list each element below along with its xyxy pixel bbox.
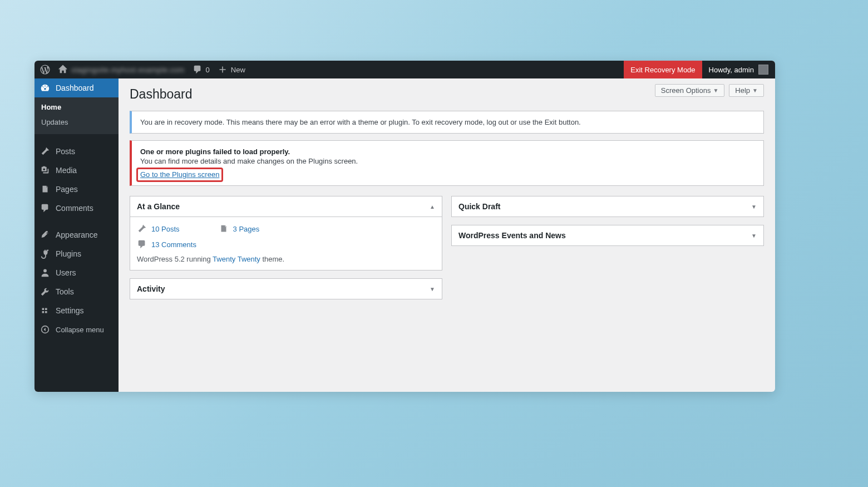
my-account[interactable]: Howdy, admin	[702, 65, 775, 75]
widget-header[interactable]: At a Glance ▲	[130, 196, 442, 217]
sidebar-label: Pages	[56, 185, 78, 194]
plugins-icon	[40, 249, 50, 259]
sidebar-submenu-updates[interactable]: Updates	[34, 115, 119, 130]
wordpress-icon	[40, 65, 50, 75]
page-title: Dashboard	[130, 82, 193, 104]
pages-icon	[40, 184, 50, 194]
widget-header[interactable]: Activity ▼	[130, 279, 442, 299]
chevron-down-icon: ▼	[752, 87, 758, 94]
theme-link[interactable]: Twenty Twenty	[213, 255, 260, 263]
sidebar-label: Media	[56, 166, 77, 175]
exit-recovery-button[interactable]: Exit Recovery Mode	[624, 61, 702, 78]
wp-version-text: WordPress 5.2 running Twenty Twenty them…	[137, 255, 435, 263]
plugin-error-notice: One or more plugins failed to load prope…	[130, 140, 764, 186]
media-icon	[40, 165, 50, 175]
widget-title: WordPress Events and News	[458, 231, 566, 240]
at-a-glance-widget: At a Glance ▲ 10 Posts	[130, 196, 442, 270]
users-icon	[40, 268, 50, 278]
sidebar-item-comments[interactable]: Comments	[34, 199, 119, 218]
widget-title: Quick Draft	[458, 202, 500, 211]
sidebar-item-posts[interactable]: Posts	[34, 142, 119, 161]
appearance-icon	[40, 230, 50, 240]
sidebar-item-appearance[interactable]: Appearance	[34, 225, 119, 244]
notice-text: You are in recovery mode. This means the…	[140, 118, 581, 126]
recovery-mode-notice: You are in recovery mode. This means the…	[130, 111, 764, 134]
sidebar-label: Comments	[56, 204, 93, 213]
howdy-text: Howdy, admin	[709, 66, 754, 74]
sidebar-item-dashboard[interactable]: Dashboard	[34, 78, 119, 97]
sidebar-item-settings[interactable]: Settings	[34, 301, 119, 320]
sidebar-item-plugins[interactable]: Plugins	[34, 244, 119, 263]
comments-link[interactable]: 0	[193, 65, 210, 75]
sidebar-label: Posts	[56, 147, 75, 156]
widget-header[interactable]: Quick Draft ▼	[452, 196, 763, 217]
chevron-up-icon: ▲	[430, 204, 435, 210]
quick-draft-widget: Quick Draft ▼	[451, 196, 764, 217]
sidebar-label: Dashboard	[56, 83, 94, 92]
main-content: Dashboard Screen Options ▼ Help ▼ You ar…	[119, 78, 775, 392]
chevron-down-icon: ▼	[430, 286, 435, 292]
avatar-icon	[758, 65, 768, 75]
site-home-link[interactable]: stagingsite.myhost.example.com	[58, 65, 185, 75]
collapse-menu-button[interactable]: Collapse menu	[34, 320, 119, 339]
notice-body: You can find more details and make chang…	[140, 157, 358, 165]
collapse-icon	[40, 324, 50, 334]
admin-bar: stagingsite.myhost.example.com 0 New Exi…	[34, 61, 775, 78]
notice-heading: One or more plugins failed to load prope…	[140, 147, 755, 156]
widget-header[interactable]: WordPress Events and News ▼	[452, 225, 763, 245]
wp-logo[interactable]	[40, 65, 50, 75]
glance-pages-link[interactable]: 3 Pages	[219, 224, 260, 234]
pages-icon	[219, 224, 229, 234]
screen-options-button[interactable]: Screen Options ▼	[655, 84, 725, 97]
tools-icon	[40, 287, 50, 297]
chevron-down-icon: ▼	[751, 204, 757, 210]
sidebar-label: Appearance	[56, 230, 98, 239]
collapse-label: Collapse menu	[56, 326, 104, 334]
admin-sidebar: Dashboard Home Updates Posts Media Pages	[34, 78, 119, 392]
new-content-link[interactable]: New	[218, 65, 245, 75]
sidebar-submenu-home[interactable]: Home	[34, 100, 119, 115]
comments-count: 0	[206, 66, 210, 74]
glance-comments-link[interactable]: 13 Comments	[137, 239, 196, 249]
comments-icon	[40, 203, 50, 213]
glance-posts-link[interactable]: 10 Posts	[137, 224, 180, 234]
new-label: New	[231, 66, 245, 74]
site-name: stagingsite.myhost.example.com	[71, 66, 185, 74]
chevron-down-icon: ▼	[713, 87, 718, 94]
widget-title: Activity	[137, 284, 165, 293]
sidebar-label: Settings	[56, 306, 84, 315]
sidebar-submenu: Home Updates	[34, 97, 119, 134]
sidebar-item-users[interactable]: Users	[34, 263, 119, 282]
pin-icon	[137, 224, 147, 234]
sidebar-item-pages[interactable]: Pages	[34, 180, 119, 199]
go-to-plugins-link[interactable]: Go to the Plugins screen	[140, 170, 219, 179]
home-icon	[58, 65, 68, 75]
dashboard-icon	[40, 83, 50, 93]
settings-icon	[40, 306, 50, 316]
help-button[interactable]: Help ▼	[729, 84, 764, 97]
activity-widget: Activity ▼	[130, 278, 442, 299]
sidebar-label: Plugins	[56, 249, 81, 258]
plus-icon	[218, 65, 228, 75]
highlight-callout: Go to the Plugins screen	[136, 168, 223, 182]
events-news-widget: WordPress Events and News ▼	[451, 225, 764, 246]
widget-title: At a Glance	[137, 202, 180, 211]
sidebar-label: Tools	[56, 287, 74, 296]
pin-icon	[40, 146, 50, 156]
wp-admin-window: stagingsite.myhost.example.com 0 New Exi…	[34, 61, 775, 392]
sidebar-label: Users	[56, 268, 76, 277]
comments-icon	[137, 239, 147, 249]
chevron-down-icon: ▼	[751, 233, 757, 239]
sidebar-item-tools[interactable]: Tools	[34, 282, 119, 301]
sidebar-item-media[interactable]: Media	[34, 161, 119, 180]
comments-icon	[193, 65, 203, 75]
